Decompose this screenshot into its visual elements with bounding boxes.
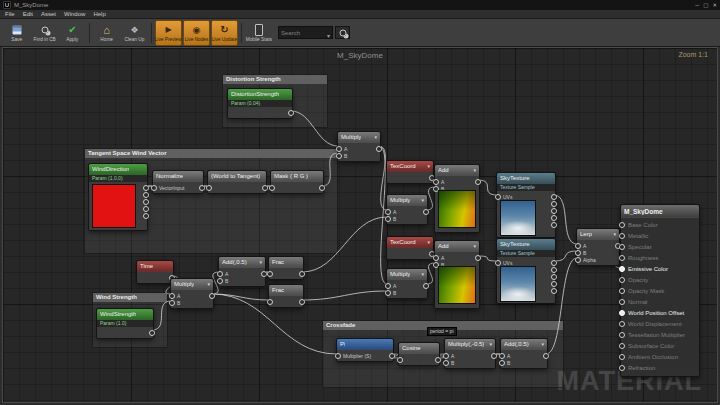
material-pin-base-color[interactable]: Base Color xyxy=(619,219,699,230)
pin-icon[interactable] xyxy=(543,353,549,359)
material-pin-normal[interactable]: Normal xyxy=(619,296,699,307)
pin-icon[interactable] xyxy=(319,185,325,191)
material-pin-specular[interactable]: Specular xyxy=(619,241,699,252)
collapse-caret-icon[interactable]: ▾ xyxy=(427,239,430,245)
pin-icon[interactable] xyxy=(149,330,155,336)
pin-icon[interactable] xyxy=(619,332,625,338)
pin-icon[interactable] xyxy=(433,255,439,261)
pin-icon[interactable] xyxy=(389,353,395,359)
pin-icon[interactable] xyxy=(443,353,449,359)
node-wind-direction[interactable]: WindDirectionParam (1,0,0) xyxy=(88,163,148,231)
pin-icon[interactable] xyxy=(385,283,391,289)
pin-icon[interactable] xyxy=(475,179,481,185)
node-frac-bottom[interactable]: Frac xyxy=(268,284,304,308)
pin-icon[interactable] xyxy=(397,357,403,363)
pin-icon[interactable] xyxy=(199,185,205,191)
pin-icon[interactable] xyxy=(217,271,223,277)
pin-icon[interactable] xyxy=(423,283,429,289)
pin-icon[interactable] xyxy=(433,179,439,185)
pin-icon[interactable] xyxy=(385,290,391,296)
node-sky-texture-top[interactable]: SkyTextureTexture SampleUVs xyxy=(496,172,556,238)
pin-icon[interactable] xyxy=(619,233,625,239)
pin-icon[interactable] xyxy=(551,194,557,200)
node-texcoord-top[interactable]: TexCoord▾ xyxy=(386,160,434,184)
pin-icon[interactable] xyxy=(551,288,557,294)
pin-icon[interactable] xyxy=(376,146,382,152)
pin-icon[interactable] xyxy=(619,354,625,360)
node-material-output[interactable]: M_SkyDomeBase ColorMetallicSpecularRough… xyxy=(620,204,700,377)
pin-icon[interactable] xyxy=(499,360,505,366)
pin-icon[interactable] xyxy=(619,244,625,250)
collapse-caret-icon[interactable]: ▾ xyxy=(207,281,210,287)
collapse-caret-icon[interactable]: ▾ xyxy=(489,341,492,347)
pin-icon[interactable] xyxy=(299,271,305,277)
pin-icon[interactable] xyxy=(269,185,275,191)
pin-icon[interactable] xyxy=(143,192,149,198)
pin-icon[interactable] xyxy=(169,293,175,299)
pin-icon[interactable] xyxy=(551,201,557,207)
node-lerp[interactable]: Lerp▾ABAlpha xyxy=(576,228,620,266)
pin-icon[interactable] xyxy=(143,185,149,191)
pin-icon[interactable] xyxy=(475,255,481,261)
pin-icon[interactable] xyxy=(575,250,581,256)
node-multiply-main[interactable]: Multiply▾AB xyxy=(337,131,381,162)
node-time[interactable]: Time xyxy=(136,260,174,284)
collapse-caret-icon[interactable]: ▾ xyxy=(421,271,424,277)
pin-icon[interactable] xyxy=(169,300,175,306)
node-texcoord-bottom[interactable]: TexCoord▾ xyxy=(386,236,434,260)
pin-icon[interactable] xyxy=(143,206,149,212)
node-add-05-b[interactable]: Add(,0.5)▾AB xyxy=(500,338,548,369)
material-pin-tessellation-multiplier[interactable]: Tessellation Multiplier xyxy=(619,329,699,340)
pin-icon[interactable] xyxy=(495,194,501,200)
pin-icon[interactable] xyxy=(143,199,149,205)
pin-icon[interactable] xyxy=(619,299,625,305)
pin-icon[interactable] xyxy=(499,353,505,359)
node-add-top[interactable]: Add▾AB xyxy=(434,164,480,233)
collapse-caret-icon[interactable]: ▾ xyxy=(541,341,544,347)
collapse-caret-icon[interactable]: ▾ xyxy=(613,231,616,237)
pin-icon[interactable] xyxy=(619,277,625,283)
pin-icon[interactable] xyxy=(575,243,581,249)
pin-icon[interactable] xyxy=(209,293,215,299)
pin-icon[interactable] xyxy=(206,185,212,191)
pin-icon[interactable] xyxy=(551,215,557,221)
pin-icon[interactable] xyxy=(619,310,625,316)
material-pin-roughness[interactable]: Roughness xyxy=(619,252,699,263)
pin-icon[interactable] xyxy=(423,209,429,215)
node-cosine[interactable]: Cosine xyxy=(398,342,440,366)
pin-icon[interactable] xyxy=(491,353,497,359)
node-multiply-bottom[interactable]: Multiply▾AB xyxy=(386,268,428,299)
pin-icon[interactable] xyxy=(619,343,625,349)
material-pin-ambient-occlusion[interactable]: Ambient Occlusion xyxy=(619,351,699,362)
pin-icon[interactable] xyxy=(288,110,294,116)
collapse-caret-icon[interactable]: ▾ xyxy=(427,163,430,169)
material-pin-metallic[interactable]: Metallic xyxy=(619,230,699,241)
pin-icon[interactable] xyxy=(336,153,342,159)
pin-icon[interactable] xyxy=(619,365,625,371)
collapse-caret-icon[interactable]: ▾ xyxy=(473,243,476,249)
node-wind-strength[interactable]: WindStrengthParam (1.0) xyxy=(96,308,154,339)
collapse-caret-icon[interactable]: ▾ xyxy=(374,134,377,140)
node-normalize[interactable]: NormalizeVectorInput xyxy=(152,170,204,194)
pin-icon[interactable] xyxy=(551,281,557,287)
pin-icon[interactable] xyxy=(619,321,625,327)
node-pi[interactable]: PiMultiplier (S) xyxy=(336,338,394,362)
pin-icon[interactable] xyxy=(385,216,391,222)
node-multiply-time[interactable]: Multiply▾AB xyxy=(170,278,214,309)
node-distortion-strength[interactable]: DistortionStrengthParam (0.04) xyxy=(227,88,293,119)
pin-icon[interactable] xyxy=(619,222,625,228)
pin-icon[interactable] xyxy=(335,353,341,359)
pin-icon[interactable] xyxy=(299,299,305,305)
pin-icon[interactable] xyxy=(336,146,342,152)
pin-icon[interactable] xyxy=(217,278,223,284)
material-pin-world-displacement[interactable]: World Displacement xyxy=(619,318,699,329)
node-add-05[interactable]: Add(,0.5)▾AB xyxy=(218,256,266,287)
pin-icon[interactable] xyxy=(619,255,625,261)
pin-icon[interactable] xyxy=(435,357,441,363)
pin-icon[interactable] xyxy=(551,267,557,273)
material-pin-refraction[interactable]: Refraction xyxy=(619,362,699,373)
pin-icon[interactable] xyxy=(267,271,273,277)
material-pin-world-position-offset[interactable]: World Position Offset xyxy=(619,307,699,318)
pin-icon[interactable] xyxy=(551,222,557,228)
node-world-to-tangent[interactable]: (World to Tangent) xyxy=(207,170,267,194)
